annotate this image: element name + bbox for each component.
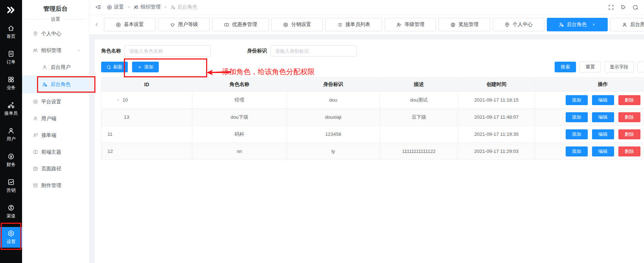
rail-item-home[interactable]: 首页: [0, 22, 22, 42]
rail-item-finance[interactable]: 财务: [0, 150, 22, 171]
breadcrumb-settings[interactable]: 设置: [107, 4, 124, 10]
table-row: 11 码科 123456 2021-09-17 11:19:35 添加编辑删除: [101, 126, 644, 143]
row-delete-button[interactable]: 删除: [618, 112, 640, 122]
cell-identity: douxiaji: [287, 109, 380, 126]
order-doc-icon: [7, 50, 15, 57]
rail-item-channels[interactable]: 渠道: [0, 201, 22, 222]
tab-admin-users[interactable]: 后台用户: [610, 18, 644, 31]
nut-icon: [283, 22, 288, 27]
role-name-label: 角色名称: [101, 48, 121, 54]
rail-item-settings[interactable]: 设置: [0, 227, 22, 248]
row-edit-button[interactable]: 编辑: [592, 112, 614, 122]
table-row-child: 13 dou下级 douxiaji 豆下级 2021-09-17 11:48:0…: [101, 109, 644, 126]
rail-item-label: 业务: [7, 85, 16, 91]
refresh-button[interactable]: 刷新: [101, 62, 128, 72]
row-edit-button[interactable]: 编辑: [592, 146, 614, 156]
row-edit-button[interactable]: 编辑: [592, 95, 614, 105]
rail-item-label: 渠道: [7, 213, 16, 219]
page-content: 角色名称 身份标识 刷新 添加 添加角色，给该角色分配权限 搜索 重置 显示字段: [89, 35, 644, 263]
caret-up-icon[interactable]: [77, 48, 81, 53]
sidebar-item-platform-settings[interactable]: 平台设置: [22, 93, 89, 110]
sidebar-item-admin-roles[interactable]: 后台角色: [22, 76, 89, 93]
cell-role-name: nn: [192, 143, 287, 160]
archive-icon: [33, 183, 38, 188]
user-badge-icon: [396, 22, 402, 27]
main-area: 设置 > 组织管理 > 后台角色 基本设置 用户等级 优惠券管理 分销设置 接单…: [89, 0, 644, 263]
sidebar-item-page-paths[interactable]: 页面路径: [22, 160, 89, 177]
rail-item-couriers[interactable]: 接单员: [0, 99, 22, 119]
sidebar-item-admin-users[interactable]: 后台用户: [22, 59, 89, 76]
annotation-text: 添加角色，给该角色分配权限: [222, 67, 315, 77]
rail-item-label: 营销: [7, 187, 16, 194]
user-lock-icon: [559, 22, 564, 27]
column-header-role-name: 角色名称: [192, 78, 287, 92]
rail-item-users[interactable]: 用户: [0, 124, 22, 145]
role-name-input[interactable]: [125, 45, 211, 57]
sidebar-item-attachments[interactable]: 附件管理: [22, 177, 89, 194]
add-role-button[interactable]: 添加: [132, 62, 159, 72]
tab-courier-list[interactable]: 接单员列表: [325, 18, 382, 31]
tab-user-levels[interactable]: 用户等级: [158, 18, 210, 31]
nut-icon: [107, 5, 112, 10]
breadcrumb-org-management[interactable]: 组织管理: [133, 4, 161, 10]
cell-id: 10: [122, 97, 128, 103]
tab-personal-center[interactable]: 个人中心: [493, 18, 544, 31]
row-add-button[interactable]: 添加: [566, 112, 588, 122]
tab-admin-roles[interactable]: 后台角色: [547, 18, 608, 31]
sidebar-item-personal-center[interactable]: 个人中心: [22, 25, 89, 42]
row-delete-button[interactable]: 删除: [618, 95, 640, 105]
row-delete-button[interactable]: 删除: [618, 129, 640, 139]
rail-item-label: 设置: [7, 239, 16, 245]
sidebar-fold-icon[interactable]: [95, 4, 101, 10]
people-icon: [33, 48, 38, 53]
breadcrumb-separator: >: [164, 5, 167, 10]
heart-icon: [170, 22, 175, 27]
rail-item-marketing[interactable]: 营销: [0, 176, 22, 196]
tab-reward-punishment[interactable]: 奖惩管理: [439, 18, 490, 31]
tab-close-icon[interactable]: [592, 22, 596, 27]
sidebar-item-front-theme[interactable]: 前端主题: [22, 144, 89, 160]
tab-coupon-management[interactable]: 优惠券管理: [212, 18, 269, 31]
identity-label: 身份标识: [247, 48, 267, 54]
sidebar-section-label: 设置: [51, 16, 60, 22]
row-add-button[interactable]: 添加: [566, 95, 588, 105]
row-delete-button[interactable]: 删除: [618, 146, 640, 156]
award-icon: [450, 22, 456, 27]
column-header-description: 描述: [380, 78, 458, 92]
rail-item-orders[interactable]: 订单: [0, 47, 22, 68]
fullscreen-icon[interactable]: [608, 4, 614, 10]
tab-basic-settings[interactable]: 基本设置: [104, 18, 156, 31]
row-edit-button[interactable]: 编辑: [592, 129, 614, 139]
list-icon: [337, 22, 342, 27]
table-row: 10 经理 dou dou测试 2021-09-17 11:18:15 添加编辑…: [101, 92, 644, 109]
sidebar-item-org-management[interactable]: 组织管理: [22, 42, 89, 59]
app-logo: [6, 3, 16, 17]
home-icon: [7, 25, 15, 32]
cell-created-at: 2021-09-17 11:48:07: [458, 109, 535, 126]
cell-created-at: 2021-09-17 11:18:15: [458, 92, 535, 109]
user-icon: [622, 22, 627, 27]
clipped-edge-button[interactable]: [637, 62, 644, 72]
rail-item-label: 财务: [7, 162, 16, 168]
show-fields-button[interactable]: 显示字段: [604, 62, 634, 72]
row-expand-icon[interactable]: [116, 98, 120, 102]
tab-distribution-settings[interactable]: 分销设置: [271, 18, 323, 31]
row-add-button[interactable]: 添加: [566, 129, 588, 139]
reload-icon[interactable]: [632, 4, 638, 10]
tag-layers-icon[interactable]: [620, 4, 626, 10]
rail-item-business[interactable]: 业务: [0, 73, 22, 94]
tabs-scroll-left-button[interactable]: [92, 18, 101, 31]
row-add-button[interactable]: 添加: [566, 146, 588, 156]
tab-level-management[interactable]: 等级管理: [384, 18, 436, 31]
app-title: 管理后台: [22, 0, 89, 15]
cell-identity: dou: [287, 92, 380, 109]
layout-icon: [33, 166, 38, 171]
search-button[interactable]: 搜索: [555, 62, 576, 72]
reset-button[interactable]: 重置: [580, 62, 601, 72]
identity-input[interactable]: [271, 45, 357, 57]
settings-sidebar: 管理后台 设置 个人中心 组织管理 后台用户 后台角色 平台设置 用户端 接单端…: [22, 0, 89, 263]
search-actions: 搜索 重置 显示字段: [555, 62, 644, 72]
sidebar-item-courier-client[interactable]: 接单端: [22, 127, 89, 144]
cell-description: 豆下级: [380, 109, 458, 126]
sidebar-item-user-client[interactable]: 用户端: [22, 110, 89, 127]
